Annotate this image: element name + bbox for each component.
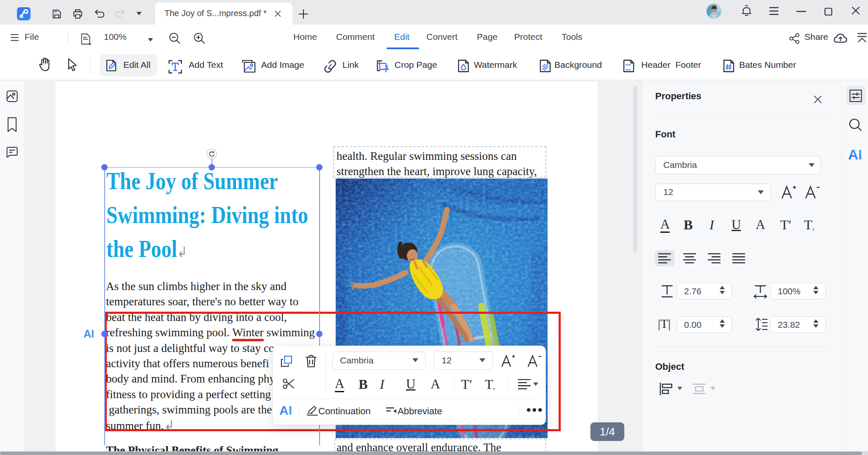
svg-text:AI: AI bbox=[848, 148, 862, 162]
svg-text:AI: AI bbox=[279, 404, 292, 417]
